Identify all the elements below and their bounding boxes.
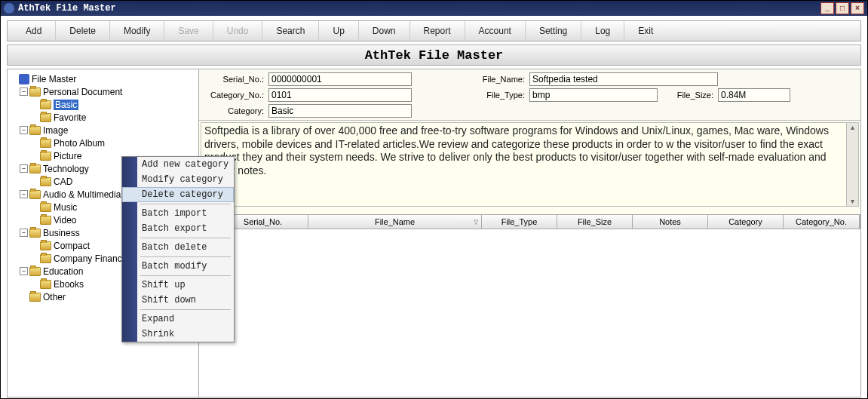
ctx-shift-up[interactable]: Shift up (122, 278, 234, 293)
down-button[interactable]: Down (358, 21, 409, 41)
setting-button[interactable]: Setting (525, 21, 581, 41)
app-root-icon (19, 74, 29, 84)
col-filesize[interactable]: File_Size (557, 215, 633, 229)
separator (140, 309, 231, 310)
report-button[interactable]: Report (409, 21, 465, 41)
tree-favorite[interactable]: Favorite (30, 111, 197, 124)
ctx-modify-category[interactable]: Modify category (122, 172, 234, 187)
folder-icon (29, 190, 41, 199)
undo-button[interactable]: Undo (213, 21, 262, 41)
folder-icon (29, 229, 41, 238)
catno-input[interactable] (268, 88, 412, 102)
col-filetype[interactable]: File_Type (482, 215, 557, 229)
sort-indicator-icon: ▽ (474, 219, 478, 226)
folder-icon (40, 113, 51, 122)
filename-label: File_Name: (471, 75, 526, 84)
toolbar: Add Delete Modify Save Undo Search Up Do… (7, 20, 861, 41)
folder-icon (29, 164, 41, 173)
banner: AthTek File Master (7, 45, 861, 66)
grid-body[interactable] (199, 229, 860, 397)
titlebar: AthTek File Master _ □ × (1, 1, 867, 16)
ctx-batch-export[interactable]: Batch export (122, 221, 234, 236)
filetype-label: File_Type: (471, 91, 526, 100)
description-box[interactable]: Softpedia is a library of over 400,000 f… (201, 122, 859, 207)
folder-icon (29, 126, 41, 135)
filetype-input[interactable] (529, 88, 658, 102)
serial-label: Serial_No.: (202, 75, 265, 84)
maximize-button[interactable]: □ (836, 2, 849, 14)
collapse-icon[interactable]: − (20, 87, 28, 96)
separator (140, 275, 231, 276)
file-form: Serial_No.: File_Name: Category_No.: Fil… (199, 69, 860, 121)
separator (140, 204, 231, 204)
folder-icon (40, 139, 51, 148)
filename-input[interactable] (529, 72, 718, 86)
tree-image[interactable]: −Image (20, 124, 197, 137)
ctx-batch-delete[interactable]: Batch delete (122, 240, 234, 255)
ctx-batch-import[interactable]: Batch import (122, 206, 234, 221)
log-button[interactable]: Log (581, 21, 624, 41)
minimize-button[interactable]: _ (820, 2, 834, 14)
app-icon (4, 3, 14, 14)
catno-label: Category_No.: (202, 91, 265, 100)
tree-photo-album[interactable]: Photo Album (30, 137, 197, 149)
ctx-add-category[interactable]: Add new category (122, 157, 234, 172)
modify-button[interactable]: Modify (109, 21, 164, 41)
col-notes[interactable]: Notes (633, 215, 708, 229)
filesize-label: File_Size: (661, 91, 715, 100)
collapse-icon[interactable]: − (20, 190, 28, 198)
ctx-shrink[interactable]: Shrink (122, 327, 234, 342)
banner-title: AthTek File Master (365, 48, 504, 63)
col-filename[interactable]: File_Name▽ (308, 215, 482, 229)
grid-header: Serial_No. File_Name▽ File_Type File_Siz… (199, 214, 860, 229)
col-category[interactable]: Category (708, 215, 784, 229)
folder-icon (40, 254, 51, 263)
serial-input[interactable] (268, 72, 412, 86)
ctx-batch-modify[interactable]: Batch modify (122, 259, 234, 274)
folder-icon (40, 100, 51, 109)
account-button[interactable]: Account (465, 21, 525, 41)
context-menu: Add new category Modify category Delete … (121, 156, 235, 342)
collapse-icon[interactable]: − (20, 164, 28, 173)
filesize-input[interactable] (718, 88, 790, 102)
save-button[interactable]: Save (164, 21, 212, 41)
collapse-icon[interactable]: − (20, 229, 28, 237)
folder-icon (29, 87, 41, 97)
folder-icon (40, 241, 51, 250)
window-title: AthTek File Master (18, 3, 820, 14)
add-button[interactable]: Add (12, 21, 55, 41)
folder-icon (29, 267, 41, 276)
tree-root[interactable]: File Master (9, 72, 197, 85)
folder-icon (40, 203, 51, 212)
folder-icon (40, 216, 51, 225)
folder-icon (40, 280, 51, 289)
search-button[interactable]: Search (262, 21, 318, 41)
ctx-expand[interactable]: Expand (122, 312, 234, 327)
folder-icon (40, 152, 51, 161)
ctx-shift-down[interactable]: Shift down (122, 293, 234, 308)
description-text: Softpedia is a library of over 400,000 f… (204, 124, 829, 176)
separator (140, 238, 231, 238)
collapse-icon[interactable]: − (20, 267, 28, 275)
collapse-icon[interactable]: − (20, 126, 28, 134)
folder-icon (29, 293, 41, 302)
detail-panel: Serial_No.: File_Name: Category_No.: Fil… (199, 69, 860, 397)
col-categoryno[interactable]: Category_No. (784, 215, 860, 229)
tree-personal-document[interactable]: −Personal Document (20, 85, 197, 98)
ctx-delete-category[interactable]: Delete category (122, 187, 234, 202)
category-input[interactable] (268, 104, 412, 118)
folder-icon (40, 177, 51, 186)
category-label: Category: (202, 106, 265, 115)
separator (140, 256, 231, 257)
close-button[interactable]: × (851, 2, 864, 14)
delete-button[interactable]: Delete (55, 21, 109, 41)
app-window: AthTek File Master _ □ × Add Delete Modi… (0, 0, 868, 399)
tree-basic[interactable]: Basic (30, 98, 197, 111)
scrollbar[interactable] (846, 123, 858, 206)
exit-button[interactable]: Exit (624, 21, 667, 41)
up-button[interactable]: Up (318, 21, 357, 41)
